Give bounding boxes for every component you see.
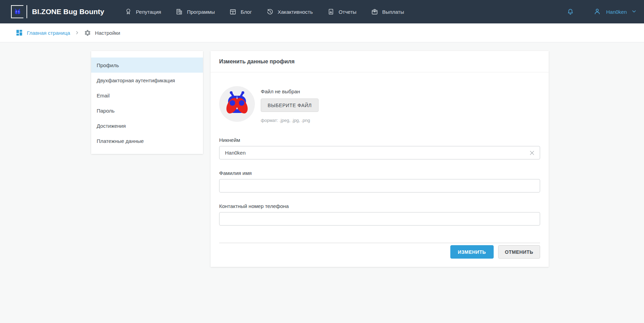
bizone-logo-icon bbox=[11, 5, 23, 18]
submit-button[interactable]: ИЗМЕНИТЬ bbox=[450, 245, 494, 259]
chevron-right-icon bbox=[75, 30, 79, 35]
nav-item-label: Блог bbox=[240, 9, 251, 15]
notifications-bell-icon[interactable] bbox=[566, 8, 575, 16]
avatar-section: Файл не выбран ВЫБЕРИТЕ ФАЙЛ формат: .jp… bbox=[219, 86, 540, 123]
top-navbar: BI.ZONE Bug Bounty Репутация bbox=[0, 0, 644, 23]
nav-item-reputation[interactable]: Репутация bbox=[117, 0, 168, 23]
phone-input[interactable] bbox=[219, 212, 540, 226]
nav-item-reports[interactable]: Отчеты bbox=[320, 0, 364, 23]
phone-input-wrap bbox=[219, 212, 540, 226]
news-icon bbox=[229, 8, 237, 15]
sidebar-item-label: Достижения bbox=[97, 123, 126, 129]
sidebar-item-label: Платежные данные bbox=[97, 138, 144, 144]
nav-item-label: Хакактивность bbox=[278, 9, 313, 15]
fullname-input-wrap bbox=[219, 179, 540, 192]
navbar-right: Han0ken bbox=[566, 7, 637, 17]
logo-bar bbox=[26, 5, 27, 18]
fullname-input[interactable] bbox=[219, 179, 540, 192]
nav-item-label: Программы bbox=[187, 9, 215, 15]
gear-icon bbox=[84, 29, 91, 37]
nav-item-blog[interactable]: Блог bbox=[222, 0, 259, 23]
briefcase-icon bbox=[371, 8, 378, 15]
report-icon bbox=[327, 8, 335, 15]
username-label: Han0ken bbox=[606, 9, 627, 15]
breadcrumb-home-label: Главная страница bbox=[27, 30, 70, 36]
medal-icon bbox=[125, 8, 132, 15]
nav-item-label: Выплаты bbox=[382, 9, 404, 15]
nickname-input-wrap bbox=[219, 146, 540, 159]
fullname-group: Фамилия имя bbox=[219, 170, 540, 192]
nickname-input[interactable] bbox=[219, 146, 540, 159]
nav-item-hackactivity[interactable]: Хакактивность bbox=[259, 0, 320, 23]
sidebar-item-achievements[interactable]: Достижения bbox=[91, 118, 203, 133]
nickname-group: Никнейм bbox=[219, 137, 540, 159]
sidebar-item-password[interactable]: Пароль bbox=[91, 103, 203, 118]
phone-label: Контактный номер телефона bbox=[219, 203, 540, 209]
form-actions: ИЗМЕНИТЬ ОТМЕНИТЬ bbox=[219, 245, 540, 259]
nav-item-label: Отчеты bbox=[339, 9, 356, 15]
sidebar-item-label: Email bbox=[97, 93, 110, 98]
profile-form: Файл не выбран ВЫБЕРИТЕ ФАЙЛ формат: .jp… bbox=[211, 72, 549, 267]
sidebar-item-label: Профиль bbox=[97, 62, 119, 68]
clear-nickname-icon[interactable] bbox=[528, 149, 536, 157]
ladybug-mini-icon bbox=[14, 9, 21, 15]
breadcrumb-current-label: Настройки bbox=[95, 30, 120, 36]
card-title: Изменить данные профиля bbox=[211, 51, 549, 72]
form-divider bbox=[219, 243, 540, 243]
breadcrumb-current: Настройки bbox=[84, 29, 120, 37]
phone-group: Контактный номер телефона bbox=[219, 203, 540, 226]
file-format-hint: формат: .jpeg, .jpg, .png bbox=[261, 118, 319, 123]
content-area: Профиль Двухфакторная аутентификация Ema… bbox=[0, 42, 644, 277]
sidebar-item-profile[interactable]: Профиль bbox=[91, 58, 203, 73]
cancel-button[interactable]: ОТМЕНИТЬ bbox=[498, 245, 540, 259]
sidebar-item-label: Пароль bbox=[97, 108, 115, 114]
file-status-text: Файл не выбран bbox=[261, 88, 319, 94]
fullname-label: Фамилия имя bbox=[219, 170, 540, 176]
breadcrumb-home-link[interactable]: Главная страница bbox=[15, 29, 70, 37]
building-icon bbox=[175, 8, 183, 15]
sidebar-item-label: Двухфакторная аутентификация bbox=[97, 77, 175, 83]
dashboard-icon bbox=[15, 29, 23, 37]
sidebar-item-two-factor[interactable]: Двухфакторная аутентификация bbox=[91, 73, 203, 88]
nav-item-label: Репутация bbox=[136, 9, 161, 15]
nav-item-payouts[interactable]: Выплаты bbox=[364, 0, 411, 23]
sidebar-item-payment-data[interactable]: Платежные данные bbox=[91, 133, 203, 148]
brand-title: BI.ZONE Bug Bounty bbox=[32, 8, 104, 16]
brand-logo[interactable]: BI.ZONE Bug Bounty bbox=[11, 5, 104, 18]
ladybug-avatar bbox=[219, 86, 255, 122]
profile-edit-card: Изменить данные профиля Файл bbox=[211, 51, 549, 267]
file-upload-section: Файл не выбран ВЫБЕРИТЕ ФАЙЛ формат: .jp… bbox=[261, 86, 319, 123]
breadcrumb: Главная страница Настройки bbox=[0, 23, 644, 42]
chevron-down-icon bbox=[631, 8, 637, 15]
nav-item-programs[interactable]: Программы bbox=[168, 0, 222, 23]
user-icon bbox=[593, 7, 601, 17]
user-menu[interactable]: Han0ken bbox=[593, 7, 637, 17]
choose-file-button[interactable]: ВЫБЕРИТЕ ФАЙЛ bbox=[261, 98, 319, 112]
main-menu: Репутация Программы bbox=[117, 0, 411, 23]
settings-sidebar: Профиль Двухфакторная аутентификация Ema… bbox=[91, 51, 203, 154]
nickname-label: Никнейм bbox=[219, 137, 540, 143]
sidebar-item-email[interactable]: Email bbox=[91, 88, 203, 103]
history-icon bbox=[266, 8, 274, 15]
